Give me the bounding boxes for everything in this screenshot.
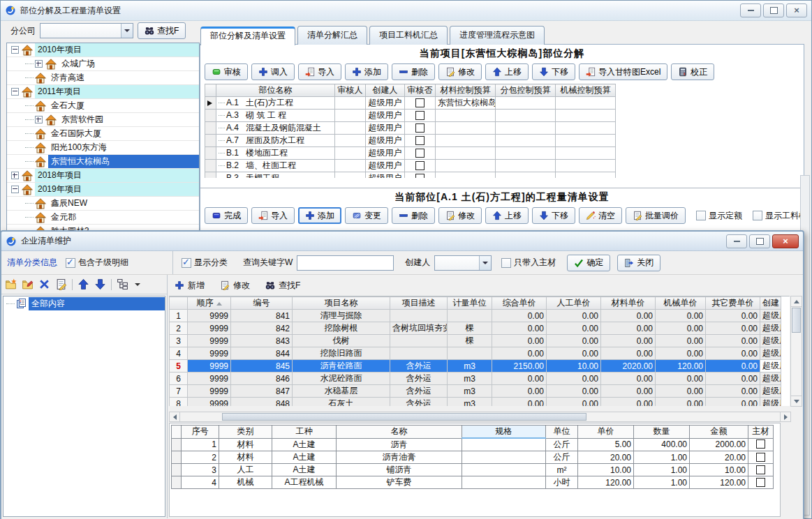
machine-price-cell[interactable]: 0.00 [656,398,706,407]
tree-item[interactable]: 金石国际大厦 [7,127,199,141]
item-name-cell[interactable]: 石灰土 [293,398,390,407]
subcontract-budget-cell[interactable] [496,135,556,147]
item-desc-cell[interactable]: 含外运 [390,398,448,407]
list-row[interactable]: 39999843伐树棵0.000.000.000.000.00超级用户 [170,335,781,347]
combined-price-cell[interactable]: 0.00 [492,335,547,347]
batch-price-button[interactable]: 批量调价 [626,207,686,224]
qty-cell[interactable]: 1.00 [634,476,690,489]
creator-cell[interactable]: 超级用户 [760,322,781,335]
modify-item-button[interactable]: 修改 [220,280,250,292]
other-price-cell[interactable]: 0.00 [706,360,760,373]
category-cell[interactable]: 人工 [219,464,272,476]
subcontract-budget-cell[interactable] [496,110,556,122]
col-header[interactable]: 材料单价 [601,297,656,310]
col-header[interactable]: 单价 [578,426,634,439]
tab-0[interactable]: 部位分解及清单设置 [200,27,295,45]
edit-folder-icon[interactable] [22,278,34,290]
row-number-cell[interactable]: 3 [170,335,188,347]
labor-price-cell[interactable]: 0.00 [547,373,601,385]
arrow-down-icon[interactable] [94,278,106,290]
audited-checkbox[interactable] [415,136,425,145]
row-selector-cell[interactable] [205,122,216,135]
audited-cell[interactable] [405,147,436,160]
machine-price-cell[interactable]: 0.00 [656,335,706,347]
spec-cell[interactable] [462,438,546,451]
row-selector-cell[interactable] [205,97,216,110]
tree-item[interactable]: 金元郡 [7,211,199,225]
order-cell[interactable]: 9999 [188,335,231,347]
tree-item[interactable]: 2011年项目 [7,85,199,99]
minimize-button[interactable] [726,234,747,248]
component-row[interactable]: 1材料A土建沥青公斤5.00400.002000.00 [172,438,774,451]
item-name-cell[interactable]: 水稳基层 [293,385,390,398]
arrow-up-icon[interactable] [77,278,89,290]
row-selector-header[interactable] [205,84,216,97]
row-number-cell[interactable]: 2 [170,322,188,335]
machine-budget-cell[interactable] [556,135,616,147]
creator-cell[interactable]: 超级用户 [760,373,781,385]
other-price-cell[interactable]: 0.00 [706,310,760,322]
item-name-cell[interactable]: 伐树 [293,335,390,347]
clear-button[interactable]: 清空 [579,207,622,224]
show-class-option[interactable]: 显示分类 [182,257,228,269]
auditor-cell[interactable] [335,110,366,122]
audited-cell[interactable] [405,172,436,179]
machine-budget-cell[interactable] [556,97,616,110]
main-material-checkbox[interactable] [756,439,765,449]
material-price-cell[interactable]: 0.00 [601,373,656,385]
number-cell[interactable]: 843 [231,335,293,347]
tab-1[interactable]: 清单分解汇总 [297,26,367,45]
list-row[interactable]: 19999841清理与掘除0.000.000.000.000.00超级用户 [170,310,781,322]
order-cell[interactable]: 9999 [188,322,231,335]
auditor-cell[interactable] [335,135,366,147]
collapse-box-icon[interactable] [11,186,19,193]
col-header[interactable]: 名称 [337,426,462,439]
spec-cell[interactable] [462,476,546,489]
material-price-cell[interactable]: 0.00 [601,398,656,407]
part-row[interactable]: A.4混凝土及钢筋混凝土超级用户 [205,122,616,135]
tree-item[interactable]: 2018年项目 [7,169,199,183]
main-material-checkbox[interactable] [756,453,765,462]
row-number-cell[interactable]: 7 [170,385,188,398]
list-row[interactable]: 49999844挖除旧路面0.000.000.000.000.00超级用户 [170,347,781,360]
other-price-cell[interactable]: 0.00 [706,322,760,335]
part-name-cell[interactable]: A.3砌 筑 工 程 [216,110,335,122]
row-number-header[interactable] [170,297,188,310]
material-price-cell[interactable]: 0.00 [601,335,656,347]
tab-2[interactable]: 项目工料机汇总 [369,26,448,45]
main-material-cell[interactable] [748,438,774,451]
machine-budget-cell[interactable] [556,110,616,122]
chevron-down-icon[interactable] [135,283,140,286]
row-number-cell[interactable]: 8 [170,398,188,407]
scroll-up-arrow[interactable] [791,296,802,307]
audited-cell[interactable] [405,135,436,147]
include-sub-option[interactable]: 包含子级明细 [66,257,128,269]
amount-cell[interactable]: 20.00 [690,451,748,464]
row-number-cell[interactable]: 1 [170,310,188,322]
creator-cell[interactable]: 超级用户 [366,110,405,122]
labor-price-cell[interactable]: 0.00 [547,335,601,347]
combined-price-cell[interactable]: 0.00 [492,398,547,407]
tree-item[interactable]: 东营软件园 [7,113,199,127]
scrollbar-thumb[interactable] [222,413,586,421]
chevron-down-icon[interactable] [479,256,491,270]
expand-box-icon[interactable] [35,116,43,123]
list-row[interactable]: 89999848石灰土含外运m30.000.000.000.000.00超级用户 [170,398,781,407]
checkbox-icon[interactable] [696,211,706,220]
qty-cell[interactable]: 1.00 [634,464,690,476]
item-desc-cell[interactable]: 含外运 [390,385,448,398]
other-price-cell[interactable]: 0.00 [706,385,760,398]
col-header[interactable]: 人工单价 [547,297,601,310]
creator-cell[interactable]: 超级用户 [760,310,781,322]
col-header[interactable]: 机械控制预算 [556,84,616,97]
checked-checkbox-icon[interactable] [182,258,191,268]
creator-cell[interactable]: 超级用户 [366,135,405,147]
spec-cell[interactable] [462,451,546,464]
creator-select[interactable] [434,255,492,271]
name-cell[interactable]: 沥青油膏 [337,451,462,464]
find-item-button[interactable]: 查找F [265,280,300,292]
material-budget-cell[interactable] [436,147,496,160]
trade-cell[interactable]: A工程机械 [272,476,337,489]
unit-cell[interactable]: m3 [448,398,492,407]
part-row[interactable]: B.2墙、柱面工程超级用户 [205,160,616,172]
